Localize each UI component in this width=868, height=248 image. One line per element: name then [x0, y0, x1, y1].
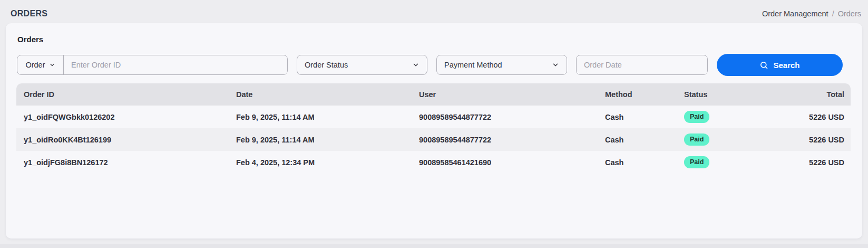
page-bottom-strip	[0, 244, 868, 248]
cell-method: Cash	[598, 113, 677, 121]
order-status-select[interactable]: Order Status	[297, 55, 427, 75]
search-button[interactable]: Search	[717, 54, 843, 76]
breadcrumb-order-management[interactable]: Order Management	[762, 9, 828, 18]
order-search-combo: Order	[17, 55, 288, 75]
cell-date: Feb 9, 2025, 11:14 AM	[229, 136, 412, 144]
search-button-label: Search	[773, 61, 799, 70]
cell-total: 5226 USD	[772, 113, 851, 121]
status-badge: Paid	[684, 156, 709, 168]
table-row[interactable]: y1_oidRo0KK4Bt126199 Feb 9, 2025, 11:14 …	[16, 128, 851, 151]
status-badge: Paid	[684, 111, 709, 123]
search-icon	[759, 61, 768, 70]
chevron-down-icon	[49, 62, 55, 68]
page-title: ORDERS	[11, 9, 47, 18]
order-status-value: Order Status	[305, 61, 348, 69]
table-row[interactable]: y1_oidjFG8i8BN126172 Feb 4, 2025, 12:34 …	[16, 151, 851, 174]
column-header-user: User	[412, 90, 598, 99]
column-header-order-id: Order ID	[16, 90, 229, 99]
chevron-down-icon	[552, 61, 559, 69]
orders-table: Order ID Date User Method Status Total y…	[16, 83, 851, 174]
column-header-method: Method	[598, 90, 677, 99]
table-row[interactable]: y1_oidFQWGbkk0126202 Feb 9, 2025, 11:14 …	[16, 106, 851, 128]
cell-date: Feb 9, 2025, 11:14 AM	[229, 113, 412, 121]
cell-order-id: y1_oidFQWGbkk0126202	[16, 113, 229, 121]
cell-user: 90089589544877722	[412, 136, 598, 144]
status-badge: Paid	[684, 133, 709, 146]
cell-status: Paid	[677, 111, 772, 123]
cell-total: 5226 USD	[772, 136, 851, 144]
column-header-date: Date	[229, 90, 412, 99]
cell-date: Feb 4, 2025, 12:34 PM	[229, 158, 412, 167]
cell-order-id: y1_oidRo0KK4Bt126199	[16, 136, 229, 144]
cell-status: Paid	[677, 156, 772, 168]
orders-panel: Orders Order Order Status Payment Method	[6, 23, 862, 239]
cell-method: Cash	[598, 158, 677, 167]
order-id-input[interactable]	[64, 55, 287, 74]
chevron-down-icon	[412, 61, 420, 69]
filters-bar: Order Order Status Payment Method	[17, 54, 862, 76]
cell-status: Paid	[677, 133, 772, 146]
breadcrumb: Order Management / Orders	[762, 9, 861, 18]
cell-order-id: y1_oidjFG8i8BN126172	[16, 158, 229, 167]
breadcrumb-separator: /	[832, 9, 834, 18]
cell-user: 90089589544877722	[412, 113, 598, 121]
cell-method: Cash	[598, 136, 677, 144]
column-header-status: Status	[677, 90, 772, 99]
panel-heading: Orders	[17, 35, 862, 44]
search-type-select[interactable]: Order	[17, 55, 64, 74]
cell-user: 90089585461421690	[412, 158, 598, 167]
cell-total: 5226 USD	[772, 158, 851, 167]
page-header: ORDERS Order Management / Orders	[0, 0, 868, 23]
search-type-value: Order	[25, 61, 45, 69]
payment-method-select[interactable]: Payment Method	[436, 55, 567, 75]
order-date-input[interactable]	[576, 55, 708, 75]
breadcrumb-orders: Orders	[838, 9, 861, 18]
payment-method-value: Payment Method	[444, 61, 502, 69]
table-header-row: Order ID Date User Method Status Total	[16, 83, 851, 106]
column-header-total: Total	[772, 90, 851, 99]
